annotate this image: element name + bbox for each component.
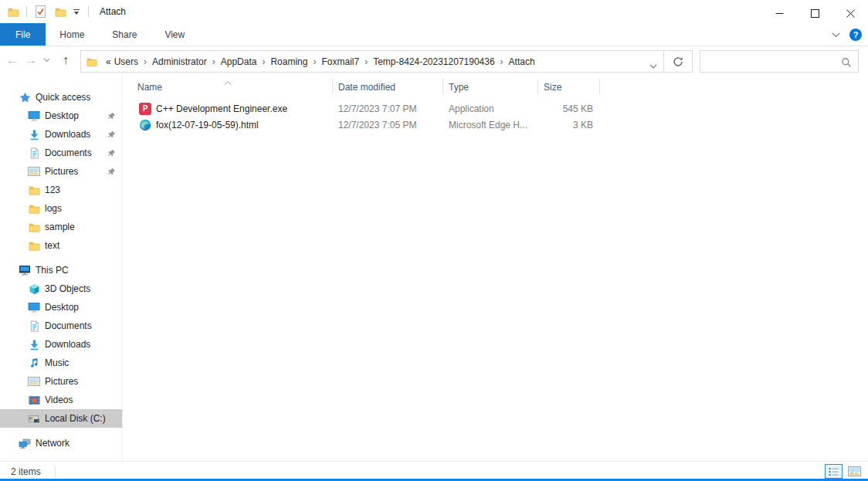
edge-browser-icon — [139, 119, 151, 131]
sidebar-item-pictures-qa[interactable]: Pictures — [0, 162, 122, 181]
sidebar-item-label: Documents — [45, 147, 92, 158]
sidebar-item-documents-pc[interactable]: Documents — [0, 317, 122, 335]
folder-icon — [28, 184, 40, 196]
refresh-button[interactable] — [663, 50, 693, 73]
recent-locations-chevron[interactable] — [40, 46, 53, 74]
pin-icon — [107, 130, 116, 139]
window-title: Attach — [100, 6, 126, 17]
sidebar-item-quick-access[interactable]: Quick access — [0, 88, 122, 107]
column-divider[interactable] — [442, 79, 443, 94]
column-divider[interactable] — [599, 79, 600, 94]
window-controls — [761, 4, 868, 23]
picture-icon — [28, 375, 40, 388]
qat-new-folder-button[interactable] — [53, 3, 67, 20]
back-button[interactable]: ← — [3, 46, 22, 74]
column-divider[interactable] — [537, 79, 538, 94]
file-name: fox(12-07-19-05-59).html — [156, 120, 259, 130]
document-icon — [28, 147, 40, 159]
minimize-button[interactable] — [761, 4, 797, 23]
sidebar-item-desktop-pc[interactable]: Desktop — [0, 298, 122, 317]
sidebar-item-label: sample — [45, 222, 75, 232]
details-view-button[interactable] — [825, 464, 843, 479]
breadcrumb-users[interactable]: Users — [114, 56, 138, 67]
sidebar-item-label: Videos — [45, 395, 73, 405]
sidebar-item-label: Desktop — [45, 110, 79, 121]
breadcrumb-separator: › — [500, 56, 504, 67]
sidebar-item-sample[interactable]: sample — [0, 218, 122, 236]
expand-ribbon-chevron-icon[interactable] — [832, 29, 840, 40]
column-header-name[interactable]: Name — [137, 82, 162, 93]
divider — [88, 6, 89, 17]
file-row-html[interactable]: fox(12-07-19-05-59).html 12/7/2023 7:05 … — [123, 117, 868, 133]
breadcrumb-roaming[interactable]: Roaming — [270, 56, 307, 67]
help-icon[interactable]: ? — [849, 29, 862, 41]
file-type: Application — [449, 103, 494, 114]
sidebar-item-local-disk-c[interactable]: Local Disk (C:) — [0, 409, 122, 428]
large-icons-view-button[interactable] — [846, 464, 863, 479]
sidebar-item-videos[interactable]: Videos — [0, 391, 122, 409]
sidebar-item-network[interactable]: Network — [0, 434, 122, 452]
file-size: 3 KB — [537, 120, 593, 130]
sidebar-item-label: Pictures — [45, 166, 78, 177]
sidebar-item-text[interactable]: text — [0, 236, 122, 255]
breadcrumb-overflow[interactable]: « — [106, 56, 111, 67]
breadcrumb-administrator[interactable]: Administrator — [152, 56, 207, 67]
titlebar: Attach — [0, 0, 868, 23]
sidebar-item-label: Quick access — [36, 92, 90, 103]
breadcrumb-appdata[interactable]: AppData — [221, 56, 257, 67]
column-header-size[interactable]: Size — [544, 82, 561, 93]
sidebar-item-downloads-qa[interactable]: Downloads — [0, 125, 122, 144]
address-bar[interactable]: « Users › Administrator › AppData › Roam… — [80, 50, 664, 73]
music-note-icon — [28, 357, 40, 369]
maximize-button[interactable] — [797, 4, 832, 23]
search-icon — [841, 57, 852, 70]
computer-icon — [19, 264, 31, 276]
search-field-container — [700, 50, 859, 73]
breadcrumb-foxmail7[interactable]: Foxmail7 — [321, 56, 359, 67]
qat-properties-button[interactable] — [33, 3, 47, 20]
sidebar-item-label: Local Disk (C:) — [45, 413, 106, 424]
close-button[interactable] — [832, 4, 868, 23]
pin-icon — [107, 168, 116, 176]
file-row-exe[interactable]: P C++ Development Engineer.exe 12/7/2023… — [123, 100, 868, 117]
tab-home[interactable]: Home — [46, 23, 98, 46]
file-date-modified: 12/7/2023 7:05 PM — [338, 120, 416, 130]
sidebar-item-pictures-pc[interactable]: Pictures — [0, 372, 122, 391]
quick-access-star-icon — [19, 91, 31, 103]
sidebar-item-desktop-qa[interactable]: Desktop — [0, 107, 122, 125]
address-dropdown-chevron[interactable] — [649, 60, 657, 71]
sidebar-item-logs[interactable]: logs — [0, 199, 122, 218]
search-input[interactable] — [704, 53, 838, 70]
column-divider[interactable] — [332, 79, 333, 94]
cube-3d-icon — [28, 283, 40, 295]
up-button[interactable]: ↑ — [56, 46, 76, 74]
breadcrumb-attach[interactable]: Attach — [509, 56, 535, 67]
folder-icon — [86, 56, 98, 68]
sidebar-item-music[interactable]: Music — [0, 354, 122, 372]
column-header-type[interactable]: Type — [449, 82, 469, 93]
exe-file-icon: P — [139, 103, 151, 115]
file-size: 545 KB — [537, 103, 593, 114]
sidebar-item-3d-objects[interactable]: 3D Objects — [0, 279, 122, 298]
ribbon-tab-bar: File Home Share View ? — [0, 23, 868, 46]
sidebar-item-label: Music — [45, 357, 69, 368]
tab-file[interactable]: File — [0, 23, 46, 46]
sidebar-item-downloads-pc[interactable]: Downloads — [0, 335, 122, 354]
column-header-date-modified[interactable]: Date modified — [338, 82, 395, 93]
tab-share[interactable]: Share — [98, 23, 151, 46]
file-name: C++ Development Engineer.exe — [156, 103, 287, 114]
file-date-modified: 12/7/2023 7:07 PM — [338, 103, 416, 114]
folder-icon — [28, 221, 40, 233]
tab-view[interactable]: View — [151, 23, 198, 46]
customize-qat-dropdown[interactable] — [71, 3, 82, 20]
file-type: Microsoft Edge H... — [449, 120, 527, 130]
breadcrumb-temp-folder[interactable]: Temp-8424-20231207190436 — [373, 56, 494, 67]
sidebar-item-123[interactable]: 123 — [0, 181, 122, 199]
forward-button[interactable]: → — [22, 46, 40, 74]
breadcrumb-separator: › — [144, 56, 147, 67]
folder-icon — [28, 202, 40, 215]
sidebar-item-documents-qa[interactable]: Documents — [0, 144, 122, 162]
navigation-bar: ← → ↑ « Users › Administrator › AppData … — [0, 46, 868, 74]
sidebar-item-this-pc[interactable]: This PC — [0, 261, 122, 279]
divider — [26, 6, 27, 17]
